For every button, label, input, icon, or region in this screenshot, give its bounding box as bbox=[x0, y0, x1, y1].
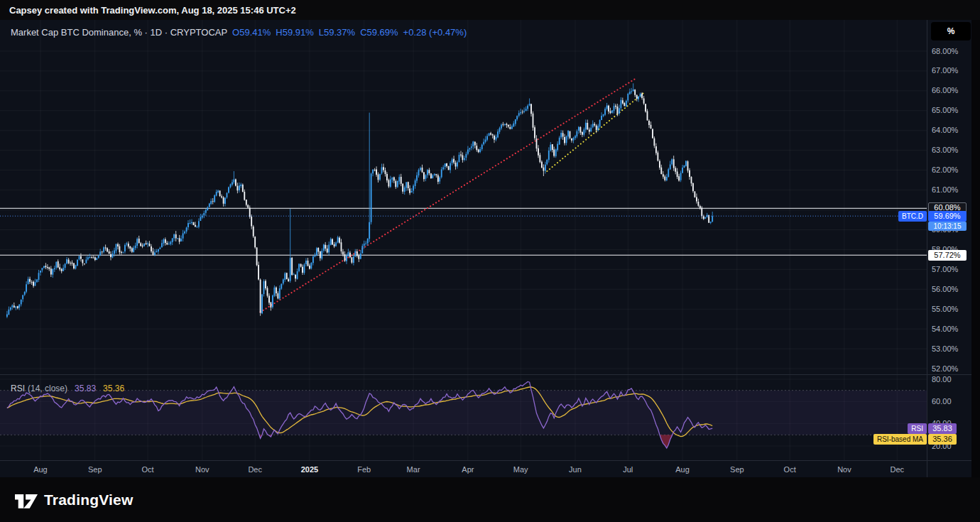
trendline-yellow bbox=[547, 93, 643, 171]
time-tick-label: Nov bbox=[837, 464, 851, 474]
tradingview-chart-screenshot: Capsey created with TradingView.com, Aug… bbox=[0, 0, 980, 522]
rsi-ma-value-label: 35.36 bbox=[928, 434, 957, 445]
percent-scale-button[interactable]: % bbox=[931, 22, 971, 40]
ohlc-token-l: L59.37% bbox=[319, 27, 355, 38]
price-tick-label: 56.00% bbox=[932, 284, 971, 295]
rsi-legend: RSI(14, close)35.8335.36 bbox=[11, 384, 124, 393]
ohlc-token-h: H59.91% bbox=[276, 27, 313, 38]
price-line-label-lower[interactable]: 57.72% bbox=[928, 250, 967, 261]
candle-wicks-up bbox=[7, 83, 712, 318]
attribution-text: Capsey created with TradingView.com, Aug… bbox=[9, 5, 296, 16]
price-tick-label: 55.00% bbox=[932, 304, 971, 315]
time-tick-label: Sep bbox=[88, 464, 102, 474]
price-tick-label: 57.00% bbox=[932, 264, 971, 275]
time-tick-label: Mar bbox=[407, 464, 420, 474]
time-tick-label: Oct bbox=[141, 464, 153, 474]
candle-bodies-down bbox=[13, 89, 709, 312]
time-tick-label: Aug bbox=[675, 464, 690, 474]
rsi-ma-current-value: 35.36 bbox=[103, 384, 124, 393]
time-tick-label: Jun bbox=[569, 464, 582, 474]
candle-wicks-down bbox=[14, 89, 709, 316]
symbol-title[interactable]: Market Cap BTC Dominance, % · 1D · CRYPT… bbox=[11, 27, 227, 38]
time-tick-label: Apr bbox=[462, 464, 474, 474]
rsi-tick-label: 60.00 bbox=[932, 396, 971, 407]
price-tick-label: 66.00% bbox=[932, 85, 971, 96]
chart-canvas[interactable] bbox=[0, 20, 971, 477]
time-tick-label: Jul bbox=[623, 464, 633, 474]
tradingview-logo-text[interactable]: TradingView bbox=[44, 491, 134, 509]
time-tick-label: Oct bbox=[784, 464, 796, 474]
time-tick-label: 2025 bbox=[301, 464, 318, 474]
time-tick-label: Nov bbox=[195, 464, 209, 474]
price-tick-label: 65.00% bbox=[932, 105, 971, 116]
time-tick-label: Dec bbox=[890, 464, 904, 474]
rsi-tick-label: 80.00 bbox=[932, 374, 971, 385]
rsi-ma-name-flag[interactable]: RSI-based MA bbox=[873, 434, 927, 445]
attribution-bar: Capsey created with TradingView.com, Aug… bbox=[0, 0, 980, 20]
rsi-value-label: 35.83 bbox=[928, 423, 957, 434]
rsi-indicator-title[interactable]: RSI bbox=[11, 384, 25, 393]
time-tick-label: May bbox=[513, 464, 528, 474]
last-price-label[interactable]: 59.69% bbox=[928, 211, 967, 222]
tradingview-logo-icon[interactable] bbox=[15, 490, 38, 509]
price-tick-label: 64.00% bbox=[932, 125, 971, 136]
symbol-legend: Market Cap BTC Dominance, % · 1D · CRYPT… bbox=[11, 27, 467, 38]
rsi-name-flag[interactable]: RSI bbox=[908, 423, 927, 434]
price-tick-label: 62.00% bbox=[932, 165, 971, 175]
symbol-price-flag[interactable]: BTC.D bbox=[898, 211, 927, 222]
price-tick-label: 53.00% bbox=[932, 344, 971, 354]
candle-bodies-up bbox=[6, 89, 713, 317]
trendline-red bbox=[261, 79, 636, 312]
price-tick-label: 68.00% bbox=[932, 46, 971, 57]
price-tick-label: 63.00% bbox=[932, 145, 971, 156]
price-tick-label: 67.00% bbox=[932, 65, 971, 76]
time-tick-label: Feb bbox=[357, 464, 371, 474]
rsi-params: (14, close) bbox=[28, 384, 67, 393]
price-tick-label: 52.00% bbox=[932, 364, 971, 374]
footer-bar: TradingView bbox=[0, 477, 980, 522]
ohlc-values: O59.41%H59.91%L59.37%C59.69% bbox=[227, 27, 398, 38]
ohlc-token-c: C59.69% bbox=[360, 27, 398, 38]
ohlc-token-o: O59.41% bbox=[232, 27, 271, 38]
change-value: +0.28 (+0.47%) bbox=[403, 27, 467, 38]
time-tick-label: Aug bbox=[33, 464, 48, 474]
price-tick-label: 61.00% bbox=[932, 185, 971, 195]
rsi-current-value: 35.83 bbox=[75, 384, 96, 393]
bar-countdown-label: 10:13:15 bbox=[928, 222, 967, 231]
time-tick-label: Dec bbox=[248, 464, 262, 474]
price-tick-label: 54.00% bbox=[932, 324, 971, 335]
time-tick-label: Sep bbox=[730, 464, 744, 474]
